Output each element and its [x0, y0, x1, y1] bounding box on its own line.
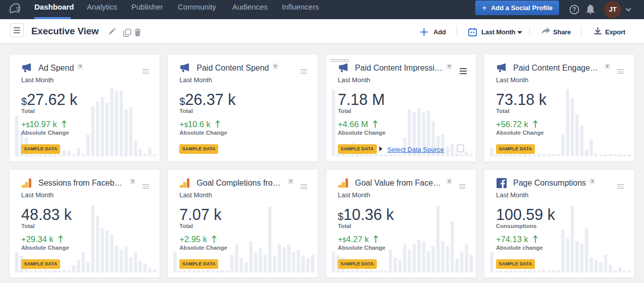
svg-text:?: ? — [572, 6, 576, 13]
